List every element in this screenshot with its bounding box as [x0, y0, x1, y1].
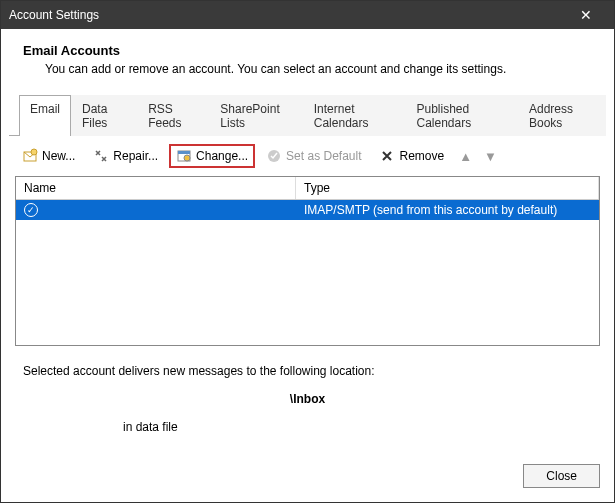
move-up-icon: ▲	[455, 149, 476, 164]
titlebar: Account Settings ✕	[1, 1, 614, 29]
location-inbox: \Inbox	[23, 392, 592, 406]
close-icon[interactable]: ✕	[566, 1, 606, 29]
window-title: Account Settings	[9, 8, 566, 22]
tab-published-calendars[interactable]: Published Calendars	[405, 95, 518, 136]
set-default-button: Set as Default	[259, 144, 368, 168]
tab-data-files[interactable]: Data Files	[71, 95, 137, 136]
remove-button-label: Remove	[399, 149, 444, 163]
tab-internet-calendars[interactable]: Internet Calendars	[303, 95, 406, 136]
default-account-icon: ✓	[24, 203, 38, 217]
change-button-label: Change...	[196, 149, 248, 163]
location-info: Selected account delivers new messages t…	[9, 346, 606, 440]
col-name[interactable]: Name	[16, 177, 296, 199]
svg-rect-3	[178, 151, 190, 154]
footer: Close	[1, 454, 614, 502]
new-button[interactable]: New...	[15, 144, 82, 168]
cell-name: ✓	[16, 200, 296, 220]
new-button-label: New...	[42, 149, 75, 163]
change-icon	[176, 148, 192, 164]
location-text: Selected account delivers new messages t…	[23, 364, 592, 378]
header: Email Accounts You can add or remove an …	[1, 29, 614, 86]
header-subtitle: You can add or remove an account. You ca…	[23, 62, 592, 76]
toolbar: New... Repair... Change... Set as Defaul…	[9, 136, 606, 176]
set-default-label: Set as Default	[286, 149, 361, 163]
repair-button[interactable]: Repair...	[86, 144, 165, 168]
col-type[interactable]: Type	[296, 177, 599, 199]
table-header: Name Type	[16, 177, 599, 200]
cell-type: IMAP/SMTP (send from this account by def…	[296, 200, 599, 220]
tab-rss-feeds[interactable]: RSS Feeds	[137, 95, 209, 136]
close-button[interactable]: Close	[523, 464, 600, 488]
remove-icon	[379, 148, 395, 164]
repair-icon	[93, 148, 109, 164]
new-icon	[22, 148, 38, 164]
change-button[interactable]: Change...	[169, 144, 255, 168]
tabs: Email Data Files RSS Feeds SharePoint Li…	[9, 94, 606, 136]
remove-button[interactable]: Remove	[372, 144, 451, 168]
location-datafile: in data file	[23, 420, 592, 434]
header-title: Email Accounts	[23, 43, 592, 58]
repair-button-label: Repair...	[113, 149, 158, 163]
svg-point-1	[31, 149, 37, 155]
tab-address-books[interactable]: Address Books	[518, 95, 606, 136]
tab-sharepoint-lists[interactable]: SharePoint Lists	[209, 95, 302, 136]
table-row[interactable]: ✓ IMAP/SMTP (send from this account by d…	[16, 200, 599, 220]
tab-email[interactable]: Email	[19, 95, 71, 136]
move-down-icon: ▼	[480, 149, 501, 164]
check-icon	[266, 148, 282, 164]
accounts-table: Name Type ✓ IMAP/SMTP (send from this ac…	[15, 176, 600, 346]
svg-point-4	[184, 155, 190, 161]
